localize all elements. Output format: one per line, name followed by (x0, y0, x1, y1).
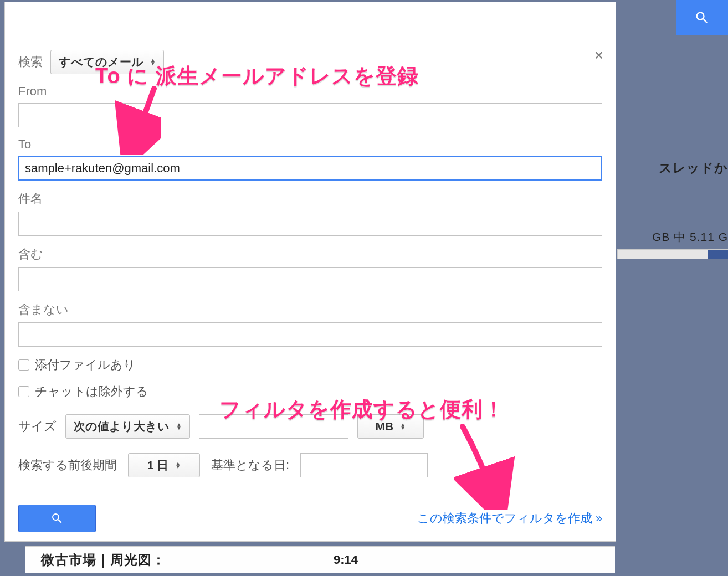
date-base-label: 基準となる日: (211, 457, 289, 474)
from-input[interactable] (18, 103, 602, 127)
size-label: サイズ (18, 418, 57, 435)
to-label: To (18, 137, 602, 152)
to-field-block: To (18, 137, 602, 181)
close-icon[interactable]: × (594, 48, 603, 63)
exclude-chats-label: チャットは除外する (35, 383, 148, 400)
from-field-block: From (18, 84, 602, 127)
has-attachment-checkbox[interactable] (18, 359, 29, 371)
has-words-input[interactable] (18, 267, 602, 291)
subject-field-block: 件名 (18, 191, 602, 236)
search-icon (694, 10, 710, 25)
has-words-label: 含む (18, 246, 602, 263)
date-range-select[interactable]: 1 日 ▲▼ (128, 453, 200, 477)
date-range-selected: 1 日 (147, 457, 169, 473)
size-row: サイズ 次の値より大きい ▲▼ MB ▲▼ (18, 414, 602, 439)
create-filter-link[interactable]: この検索条件でフィルタを作成 » (417, 510, 602, 527)
search-scope-select[interactable]: すべてのメール ▲▼ (50, 50, 164, 74)
search-options-panel: × 検索 すべてのメール ▲▼ From To 件名 含む 含まない 添付ファイ… (4, 2, 616, 542)
size-comparator-selected: 次の値より大きい (74, 419, 170, 434)
date-range-label: 検索する前後期間 (18, 457, 117, 474)
mail-row-text: 微古市場｜周光図： (41, 551, 166, 569)
mail-row-snippet: 微古市場｜周光図： 9:14 (25, 546, 615, 573)
select-arrows-icon: ▲▼ (175, 462, 181, 469)
select-arrows-icon: ▲▼ (150, 59, 156, 65)
not-words-field-block: 含まない (18, 301, 602, 347)
has-attachment-row[interactable]: 添付ファイルあり (18, 357, 602, 373)
thread-partial-text: スレッドか (659, 160, 728, 177)
mail-row-time: 9:14 (334, 553, 358, 567)
from-label: From (18, 84, 602, 99)
exclude-chats-checkbox[interactable] (18, 386, 29, 397)
search-scope-selected: すべてのメール (59, 54, 143, 70)
size-unit-selected: MB (376, 420, 394, 433)
select-arrows-icon: ▲▼ (176, 423, 182, 430)
has-words-field-block: 含む (18, 246, 602, 291)
size-value-input[interactable] (199, 414, 348, 439)
size-comparator-select[interactable]: 次の値より大きい ▲▼ (65, 414, 190, 439)
subject-input[interactable] (18, 212, 602, 236)
date-row: 検索する前後期間 1 日 ▲▼ 基準となる日: (18, 453, 602, 477)
search-icon (50, 512, 64, 525)
not-words-input[interactable] (18, 322, 602, 347)
storage-usage-bar (617, 249, 728, 259)
exclude-chats-row[interactable]: チャットは除外する (18, 383, 602, 400)
size-unit-select[interactable]: MB ▲▼ (357, 414, 424, 439)
has-attachment-label: 添付ファイルあり (35, 357, 136, 373)
subject-label: 件名 (18, 191, 602, 207)
not-words-label: 含まない (18, 301, 602, 318)
search-scope-row: 検索 すべてのメール ▲▼ (18, 50, 602, 74)
header-search-button[interactable] (676, 0, 728, 35)
to-input[interactable] (18, 156, 602, 181)
bottom-row: この検索条件でフィルタを作成 » (18, 505, 602, 532)
date-base-input[interactable] (300, 453, 428, 477)
select-arrows-icon: ▲▼ (400, 423, 406, 430)
storage-partial-text: GB 中 5.11 G (652, 229, 728, 245)
search-button[interactable] (18, 505, 96, 532)
search-scope-label: 検索 (18, 54, 43, 70)
